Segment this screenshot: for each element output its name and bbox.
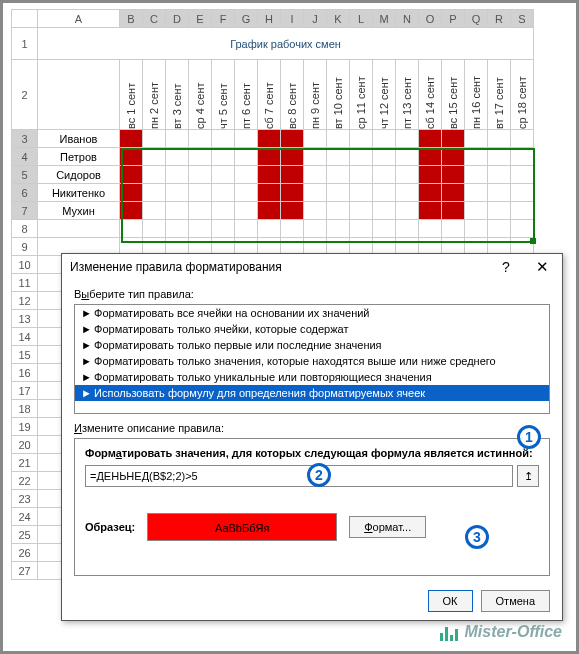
shift-cell[interactable] (281, 184, 304, 202)
cell[interactable] (327, 220, 350, 238)
col-header[interactable]: H (258, 10, 281, 28)
collapse-dialog-icon[interactable]: ↥ (517, 465, 539, 487)
shift-cell[interactable] (143, 130, 166, 148)
row-header[interactable]: 17 (12, 382, 38, 400)
dialog-titlebar[interactable]: Изменение правила форматирования ? ✕ (62, 254, 562, 280)
col-header[interactable]: E (189, 10, 212, 28)
rule-type-list[interactable]: ► Форматировать все ячейки на основании … (74, 304, 550, 414)
row-header[interactable]: 12 (12, 292, 38, 310)
row-header[interactable]: 11 (12, 274, 38, 292)
date-header-cell[interactable]: ср 18 сент (511, 60, 534, 130)
select-all-corner[interactable] (12, 10, 38, 28)
shift-cell[interactable] (488, 148, 511, 166)
cell[interactable] (281, 220, 304, 238)
row-header[interactable]: 3 (12, 130, 38, 148)
cell[interactable] (143, 220, 166, 238)
shift-cell[interactable] (189, 130, 212, 148)
shift-cell[interactable] (235, 184, 258, 202)
cell[interactable] (258, 220, 281, 238)
shift-cell[interactable] (212, 166, 235, 184)
shift-cell[interactable] (281, 202, 304, 220)
shift-cell[interactable] (373, 148, 396, 166)
shift-cell[interactable] (488, 202, 511, 220)
row-header[interactable]: 25 (12, 526, 38, 544)
rule-type-option[interactable]: ► Форматировать все ячейки на основании … (75, 305, 549, 321)
shift-cell[interactable] (189, 148, 212, 166)
row-header[interactable]: 14 (12, 328, 38, 346)
cell[interactable] (166, 220, 189, 238)
shift-cell[interactable] (419, 184, 442, 202)
rule-type-option[interactable]: ► Форматировать только уникальные или по… (75, 369, 549, 385)
col-header[interactable]: K (327, 10, 350, 28)
row-header[interactable]: 1 (12, 28, 38, 60)
cell[interactable] (38, 220, 120, 238)
shift-cell[interactable] (327, 148, 350, 166)
shift-cell[interactable] (258, 130, 281, 148)
shift-cell[interactable] (212, 148, 235, 166)
shift-cell[interactable] (396, 148, 419, 166)
col-header[interactable]: D (166, 10, 189, 28)
shift-cell[interactable] (143, 148, 166, 166)
row-header[interactable]: 5 (12, 166, 38, 184)
cell[interactable] (212, 220, 235, 238)
shift-cell[interactable] (350, 166, 373, 184)
shift-cell[interactable] (120, 148, 143, 166)
formula-input[interactable] (85, 465, 513, 487)
date-header-cell[interactable]: пт 13 сент (396, 60, 419, 130)
cell[interactable] (465, 220, 488, 238)
row-header[interactable]: 26 (12, 544, 38, 562)
shift-cell[interactable] (166, 184, 189, 202)
shift-cell[interactable] (235, 166, 258, 184)
help-button[interactable]: ? (490, 254, 522, 280)
row-header[interactable]: 19 (12, 418, 38, 436)
shift-cell[interactable] (488, 166, 511, 184)
shift-cell[interactable] (442, 202, 465, 220)
shift-cell[interactable] (212, 202, 235, 220)
col-header[interactable]: L (350, 10, 373, 28)
date-header-cell[interactable]: сб 14 сент (419, 60, 442, 130)
shift-cell[interactable] (143, 166, 166, 184)
shift-cell[interactable] (442, 184, 465, 202)
shift-cell[interactable] (511, 184, 534, 202)
col-header[interactable]: Q (465, 10, 488, 28)
date-header-cell[interactable]: пн 9 сент (304, 60, 327, 130)
cell[interactable] (488, 220, 511, 238)
shift-cell[interactable] (511, 202, 534, 220)
shift-cell[interactable] (396, 202, 419, 220)
shift-cell[interactable] (465, 130, 488, 148)
row-header[interactable]: 6 (12, 184, 38, 202)
shift-cell[interactable] (212, 184, 235, 202)
cell[interactable] (304, 220, 327, 238)
date-header-cell[interactable]: вт 10 сент (327, 60, 350, 130)
shift-cell[interactable] (442, 130, 465, 148)
shift-cell[interactable] (350, 184, 373, 202)
shift-cell[interactable] (143, 202, 166, 220)
shift-cell[interactable] (442, 148, 465, 166)
shift-cell[interactable] (419, 130, 442, 148)
date-header-cell[interactable]: вт 17 сент (488, 60, 511, 130)
shift-cell[interactable] (373, 202, 396, 220)
row-header[interactable]: 20 (12, 436, 38, 454)
shift-cell[interactable] (189, 166, 212, 184)
rule-type-option[interactable]: ► Форматировать только ячейки, которые с… (75, 321, 549, 337)
shift-cell[interactable] (488, 184, 511, 202)
shift-cell[interactable] (212, 130, 235, 148)
shift-cell[interactable] (396, 166, 419, 184)
shift-cell[interactable] (465, 166, 488, 184)
shift-cell[interactable] (304, 130, 327, 148)
date-header-cell[interactable]: вс 8 сент (281, 60, 304, 130)
ok-button[interactable]: ОК (428, 590, 473, 612)
shift-cell[interactable] (258, 166, 281, 184)
shift-cell[interactable] (327, 166, 350, 184)
date-header-cell[interactable]: вт 3 сент (166, 60, 189, 130)
shift-cell[interactable] (120, 184, 143, 202)
shift-cell[interactable] (373, 184, 396, 202)
date-header-cell[interactable]: пн 2 сент (143, 60, 166, 130)
date-header-cell[interactable]: чт 5 сент (212, 60, 235, 130)
date-header-cell[interactable]: ср 4 сент (189, 60, 212, 130)
date-header-cell[interactable]: вс 15 сент (442, 60, 465, 130)
shift-cell[interactable] (235, 202, 258, 220)
shift-cell[interactable] (258, 202, 281, 220)
cell[interactable] (189, 220, 212, 238)
shift-cell[interactable] (327, 202, 350, 220)
